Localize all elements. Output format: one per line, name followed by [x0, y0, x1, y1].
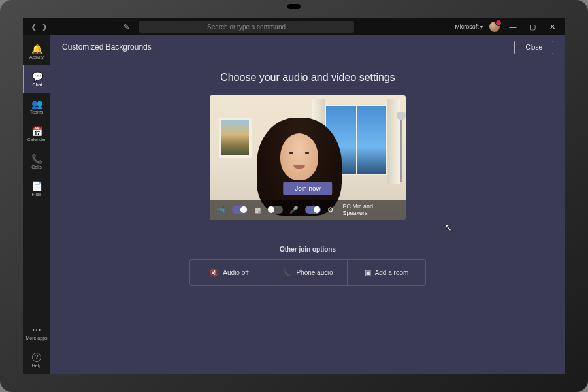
file-icon: 📄 — [31, 182, 42, 191]
gear-icon[interactable]: ⚙ — [327, 206, 334, 214]
other-options-row: 🔇 Audio off 📞 Phone audio ▣ Add a room — [189, 259, 426, 286]
body: 🔔 Activity 💬 Chat 👥 Teams 📅 Calendar 📞 — [23, 35, 565, 374]
person-face — [280, 133, 318, 180]
rail-help[interactable]: ? Help — [23, 346, 50, 374]
add-room-button[interactable]: ▣ Add a room — [347, 260, 425, 285]
floor-lamp — [400, 119, 402, 182]
app-window: ❮ ❯ ✎ Search or type a command Microsoft… — [23, 18, 565, 374]
camera-toggle[interactable] — [232, 206, 248, 214]
people-icon: 👥 — [31, 99, 42, 108]
audio-off-button[interactable]: 🔇 Audio off — [190, 260, 269, 285]
title-bar: ❮ ❯ ✎ Search or type a command Microsoft… — [23, 18, 565, 35]
rail-label: Files — [32, 192, 42, 197]
room-icon: ▣ — [365, 269, 371, 277]
opt-label: Audio off — [223, 269, 248, 276]
opt-label: Add a room — [375, 269, 409, 276]
rail-more-apps[interactable]: ⋯ More apps — [23, 319, 50, 346]
prejoin-center: Choose your audio and video settings — [50, 59, 565, 374]
video-preview: Join now 📹 ▩ 🎤 ⚙ PC Mic and Speakers — [210, 95, 406, 220]
chat-icon: 💬 — [32, 72, 43, 81]
search-input[interactable]: Search or type a command — [139, 21, 354, 33]
prejoin-heading: Choose your audio and video settings — [220, 72, 395, 84]
phone-icon: 📞 — [31, 154, 42, 163]
minimize-button[interactable]: — — [506, 23, 519, 31]
prejoin-panel: Customized Backgrounds Close Choose your… — [50, 35, 565, 374]
org-switcher[interactable]: Microsoft — [455, 24, 483, 30]
rail-label: Activity — [29, 55, 44, 59]
bell-icon: 🔔 — [31, 44, 42, 54]
mic-icon: 🎤 — [289, 206, 299, 214]
title-right-cluster: Microsoft — ▢ ✕ — [455, 22, 561, 32]
calendar-icon: 📅 — [31, 127, 42, 136]
close-button[interactable]: Close — [514, 41, 553, 54]
user-avatar[interactable] — [489, 22, 500, 32]
rail-label: Help — [32, 363, 41, 368]
rail-label: More apps — [25, 336, 47, 340]
rail-chat[interactable]: 💬 Chat — [23, 65, 50, 93]
camera-icon: 📹 — [216, 206, 225, 214]
join-now-button[interactable]: Join now — [283, 182, 332, 195]
rail-calendar[interactable]: 📅 Calendar — [23, 120, 50, 148]
panel-header: Customized Backgrounds Close — [50, 35, 565, 59]
tablet-bezel: ❮ ❯ ✎ Search or type a command Microsoft… — [0, 0, 588, 392]
app-rail: 🔔 Activity 💬 Chat 👥 Teams 📅 Calendar 📞 — [23, 35, 50, 374]
opt-label: Phone audio — [296, 269, 333, 276]
other-options-label: Other join options — [280, 246, 336, 253]
rail-activity[interactable]: 🔔 Activity — [23, 38, 50, 65]
preview-controls: 📹 ▩ 🎤 ⚙ PC Mic and Speakers — [210, 200, 406, 220]
maximize-button[interactable]: ▢ — [526, 23, 539, 31]
tablet-camera — [287, 4, 301, 9]
rail-files[interactable]: 📄 Files — [23, 175, 50, 203]
rail-label: Chat — [33, 82, 42, 87]
phone-icon: 📞 — [283, 269, 292, 277]
nav-forward-icon[interactable]: ❯ — [41, 22, 48, 31]
rail-label: Calls — [31, 165, 42, 169]
device-picker[interactable]: PC Mic and Speakers — [343, 203, 399, 216]
compose-icon[interactable]: ✎ — [123, 23, 129, 31]
help-icon: ? — [32, 353, 41, 362]
wall-art — [219, 118, 252, 158]
blur-icon: ▩ — [254, 206, 261, 214]
phone-audio-button[interactable]: 📞 Phone audio — [269, 260, 347, 285]
more-icon: ⋯ — [32, 325, 41, 335]
panel-title: Customized Backgrounds — [62, 42, 152, 52]
close-window-button[interactable]: ✕ — [546, 23, 559, 31]
rail-teams[interactable]: 👥 Teams — [23, 93, 50, 120]
nav-arrows: ❮ ❯ — [31, 22, 48, 31]
rail-label: Calendar — [27, 137, 46, 142]
rail-label: Teams — [30, 110, 44, 114]
rail-calls[interactable]: 📞 Calls — [23, 148, 50, 175]
speaker-mute-icon: 🔇 — [210, 269, 219, 277]
mic-toggle[interactable] — [305, 206, 321, 214]
blur-toggle[interactable] — [267, 206, 283, 214]
nav-back-icon[interactable]: ❮ — [31, 22, 37, 31]
